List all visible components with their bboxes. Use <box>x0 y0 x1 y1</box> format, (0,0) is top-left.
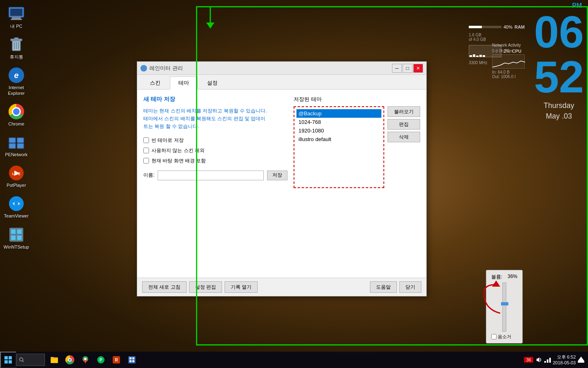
checkbox-include-bg-input[interactable] <box>143 158 149 164</box>
taskbar: P R 36 <box>0 352 588 368</box>
checkbox-empty-theme-input[interactable] <box>143 137 149 143</box>
taskbar-icon-app3[interactable] <box>125 352 139 367</box>
toolbar-right: 도움말 닫기 <box>370 281 421 293</box>
edit-settings-button[interactable]: 설정 편집 <box>189 281 222 293</box>
mute-label: 음소거 <box>498 334 511 340</box>
checkbox-include-bg-label: 현재 바탕 화면 배경 포함 <box>151 157 206 164</box>
theme-item-backup[interactable]: @Backup <box>296 109 381 118</box>
checkbox-empty-theme-label: 빈 테마로 저장 <box>151 137 184 144</box>
taskbar-search[interactable] <box>16 354 45 366</box>
tray-volume-icon[interactable] <box>535 356 542 364</box>
tray-date-value: 2018-05-03 <box>553 360 576 366</box>
taskbar-icon-maps[interactable] <box>78 352 93 367</box>
checkbox-exclude-unused-label: 사용하지 않는 스킨 제외 <box>151 147 205 154</box>
dialog-left-panel: 새 테마 저장 테마는 현재 스킨의 배치를 저장하고 복원할 수 있습니다. … <box>143 96 287 272</box>
mute-checkbox-row[interactable]: 음소거 <box>491 334 517 340</box>
svg-rect-35 <box>51 359 58 363</box>
name-label: 이름: <box>143 172 154 179</box>
svg-marker-52 <box>578 357 584 361</box>
save-button[interactable]: 저장 <box>267 171 287 180</box>
volume-value: 36% <box>508 274 517 280</box>
checkbox-include-bg[interactable]: 현재 바탕 화면 배경 포함 <box>143 157 287 164</box>
dialog-tabs: 스킨 테마 설정 <box>137 75 426 90</box>
checkbox-group: 빈 테마로 저장 사용하지 않는 스킨 제외 현재 바탕 화면 배경 포함 <box>143 137 287 164</box>
dialog-titlebar: 레인미터 관리 ─ □ ✕ <box>137 62 426 75</box>
search-icon <box>19 357 24 362</box>
taskbar-pinned-icons: P R <box>45 352 524 367</box>
dialog-app-icon <box>140 65 147 72</box>
svg-rect-50 <box>549 358 551 363</box>
svg-rect-49 <box>547 359 548 363</box>
name-field-row: 이름: 저장 <box>143 171 287 180</box>
svg-rect-29 <box>4 360 8 364</box>
start-button[interactable] <box>0 352 16 368</box>
red-arrow-indicator <box>476 276 508 319</box>
svg-text:P: P <box>100 358 102 362</box>
taskbar-icon-app1[interactable]: P <box>94 352 108 367</box>
tab-skin[interactable]: 스킨 <box>141 76 169 89</box>
dialog-minimize-button[interactable]: ─ <box>392 64 402 73</box>
dialog-maximize-button[interactable]: □ <box>403 64 412 73</box>
toolbar-left: 전체 새로 고침 설정 편집 기록 열기 <box>142 281 258 293</box>
dialog-content: 새 테마 저장 테마는 현재 스킨의 배치를 저장하고 복원할 수 있습니다. … <box>137 90 426 278</box>
tray-notification-icon[interactable] <box>577 356 585 364</box>
svg-rect-44 <box>132 357 134 359</box>
svg-rect-27 <box>4 356 8 359</box>
dialog-controls: ─ □ ✕ <box>392 64 423 73</box>
dialog-toolbar: 전체 새로 고침 설정 편집 기록 열기 도움말 닫기 <box>137 278 426 296</box>
svg-marker-24 <box>492 280 500 287</box>
theme-buttons: 불러오기 편집 삭제 <box>388 106 420 192</box>
themes-list: @Backup 1024-768 1920-1080 illustro defa… <box>294 106 384 188</box>
theme-item-1920[interactable]: 1920-1080 <box>296 126 381 135</box>
delete-button[interactable]: 삭제 <box>388 132 420 142</box>
load-button[interactable]: 불러오기 <box>388 106 420 117</box>
svg-marker-47 <box>537 357 539 362</box>
taskbar-icon-app2[interactable]: R <box>109 352 124 367</box>
taskbar-tray: 36 오후 6:52 2018-05-03 <box>524 354 588 366</box>
svg-rect-30 <box>9 360 12 364</box>
help-button[interactable]: 도움말 <box>370 281 397 293</box>
right-section: @Backup 1024-768 1920-1080 illustro defa… <box>294 106 420 192</box>
theme-item-illustro[interactable]: illustro default <box>296 135 381 144</box>
mute-checkbox[interactable] <box>491 334 497 339</box>
edit-button[interactable]: 편집 <box>388 119 420 130</box>
svg-rect-42 <box>128 356 136 364</box>
svg-rect-48 <box>544 361 546 363</box>
svg-text:R: R <box>115 358 118 362</box>
dialog-title-text: 레인미터 관리 <box>149 65 183 72</box>
svg-rect-46 <box>132 360 134 362</box>
open-log-button[interactable]: 기록 열기 <box>225 281 258 293</box>
name-input[interactable] <box>158 171 264 180</box>
checkbox-empty-theme[interactable]: 빈 테마로 저장 <box>143 137 287 144</box>
refresh-all-button[interactable]: 전체 새로 고침 <box>142 281 187 293</box>
tray-time[interactable]: 오후 6:52 2018-05-03 <box>553 354 576 366</box>
description-text: 테마는 현재 스킨의 배치를 저장하고 복원할 수 있습니다. 테마에서 스킨의… <box>143 107 287 131</box>
svg-rect-45 <box>129 360 131 362</box>
svg-rect-51 <box>578 361 584 363</box>
tab-settings[interactable]: 설정 <box>198 76 226 89</box>
rainmeter-dialog: 레인미터 관리 ─ □ ✕ 스킨 테마 설정 새 테마 저장 테마는 현재 스킨… <box>137 61 427 296</box>
tray-network-icon[interactable] <box>544 356 551 364</box>
svg-rect-28 <box>9 356 12 359</box>
tray-time-value: 오후 6:52 <box>553 354 576 360</box>
svg-point-37 <box>84 358 87 360</box>
taskbar-icon-explorer[interactable] <box>47 352 62 367</box>
dialog-right-panel: 저장된 테마 @Backup 1024-768 1920-1080 illust… <box>294 96 420 272</box>
svg-rect-43 <box>129 357 131 359</box>
new-theme-title: 새 테마 저장 <box>143 96 287 103</box>
close-dialog-button[interactable]: 닫기 <box>399 281 421 293</box>
svg-rect-34 <box>51 357 54 359</box>
taskbar-icon-chrome[interactable] <box>62 352 77 367</box>
tray-badge: 36 <box>524 357 533 363</box>
dialog-close-button[interactable]: ✕ <box>413 64 423 73</box>
checkbox-exclude-unused[interactable]: 사용하지 않는 스킨 제외 <box>143 147 287 154</box>
tab-theme[interactable]: 테마 <box>170 76 198 90</box>
svg-point-31 <box>20 358 23 361</box>
svg-line-32 <box>22 361 24 362</box>
checkbox-exclude-unused-input[interactable] <box>143 148 149 153</box>
dialog-title-left: 레인미터 관리 <box>140 65 183 72</box>
theme-item-1024[interactable]: 1024-768 <box>296 118 381 126</box>
saved-themes-title: 저장된 테마 <box>294 96 420 103</box>
